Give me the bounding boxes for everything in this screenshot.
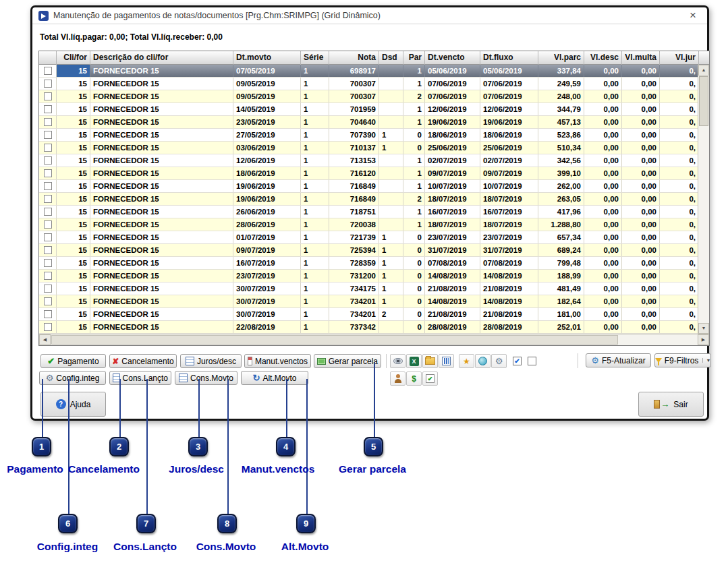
table-row[interactable]: 15FORNECEDOR 1528/06/20191720038118/07/2… [39, 218, 698, 231]
grid-cell[interactable]: 02/07/2019 [480, 154, 538, 167]
grid-cell[interactable]: 09/07/2019 [425, 167, 480, 179]
grid-cell[interactable]: 0, [660, 308, 698, 320]
grid-cell[interactable]: 0, [660, 129, 698, 141]
grid-cell[interactable]: 0,00 [622, 78, 660, 90]
f9-filtros-button[interactable]: F9-Filtros ▼ [654, 353, 711, 367]
grid-cell[interactable]: 181,00 [538, 308, 584, 320]
grid-cell[interactable] [379, 193, 403, 205]
grid-cell[interactable]: 05/06/2019 [480, 65, 538, 77]
grid-cell[interactable]: 18/06/2019 [425, 129, 480, 141]
grid-cell[interactable]: 15 [57, 167, 90, 179]
grid-cell[interactable]: 15 [57, 180, 90, 192]
grid-cell[interactable]: 30/07/2019 [233, 295, 301, 307]
grid-cell[interactable]: 657,34 [538, 231, 584, 243]
grid-cell[interactable]: 0, [660, 116, 698, 128]
grid-cell[interactable]: 481,49 [538, 282, 584, 295]
grid-cell[interactable] [379, 206, 403, 218]
grid-cell[interactable]: 14/05/2019 [233, 103, 301, 115]
grid-cell[interactable]: 07/06/2019 [480, 90, 538, 102]
table-row[interactable]: 15FORNECEDOR 1509/05/20191700307207/06/2… [39, 90, 698, 103]
grid-cell[interactable] [379, 65, 403, 77]
grid-cell[interactable]: 07/06/2019 [480, 78, 538, 90]
row-checkbox[interactable] [44, 118, 52, 126]
grid-cell[interactable]: 02/07/2019 [425, 154, 480, 167]
row-checkbox[interactable] [44, 246, 52, 254]
grid-cell[interactable]: 707390 [329, 129, 379, 141]
grid-cell[interactable]: 14/08/2019 [480, 270, 538, 282]
cons-lancto-button[interactable]: Cons.Lançto [109, 371, 171, 385]
grid-cell[interactable]: 0,00 [584, 270, 622, 282]
scroll-left-button[interactable]: ◀ [39, 334, 51, 345]
vertical-scroll-thumb[interactable] [699, 76, 708, 126]
select-none-checkbox[interactable] [528, 357, 536, 365]
grid-cell[interactable]: 0, [660, 206, 698, 218]
grid-cell[interactable]: 15 [57, 90, 90, 102]
grid-cell[interactable]: 07/06/2019 [425, 90, 480, 102]
grid-cell[interactable]: 1 [379, 142, 403, 154]
grid-cell[interactable]: 23/07/2019 [425, 231, 480, 243]
grid-cell[interactable]: 1 [379, 270, 403, 282]
grid-cell[interactable]: 2 [379, 308, 403, 320]
grid-cell[interactable]: 03/06/2019 [233, 142, 301, 154]
grid-cell[interactable]: FORNECEDOR 15 [90, 193, 233, 205]
grid-cell[interactable]: 0,00 [584, 65, 622, 77]
grid-cell[interactable]: 0,00 [584, 257, 622, 269]
table-row[interactable]: 15FORNECEDOR 1530/07/201917341751021/08/… [39, 282, 698, 295]
grid-cell[interactable]: 21/08/2019 [480, 308, 538, 320]
grid-cell[interactable]: 0,00 [584, 308, 622, 320]
grid-cell[interactable]: 0 [403, 308, 425, 320]
grid-cell[interactable]: 0, [660, 231, 698, 243]
grid-cell[interactable]: 1 [301, 142, 329, 154]
grid-cell[interactable]: 0 [403, 244, 425, 256]
grid-cell[interactable]: 1 [403, 154, 425, 167]
grid-cell[interactable]: 0, [660, 142, 698, 154]
web-button[interactable] [475, 354, 491, 368]
grid-cell[interactable]: 15 [57, 193, 90, 205]
grid-cell[interactable]: 23/07/2019 [480, 231, 538, 243]
grid-cell[interactable]: 337,84 [538, 65, 584, 77]
grid-cell[interactable]: 0 [403, 129, 425, 141]
table-row[interactable]: 15FORNECEDOR 1516/07/201917283591007/08/… [39, 257, 698, 270]
vertical-scrollbar[interactable]: ▲ ▼ [698, 65, 709, 334]
grid-cell[interactable]: 18/06/2019 [233, 167, 301, 179]
ajuda-button[interactable]: ? Ajuda [40, 392, 106, 417]
grid-cell[interactable]: 15 [57, 321, 90, 333]
grid-cell[interactable]: 0,00 [622, 231, 660, 243]
grid-cell[interactable]: 14/08/2019 [480, 295, 538, 307]
grid-cell[interactable]: 15 [57, 116, 90, 128]
grid-cell[interactable]: 523,86 [538, 129, 584, 141]
row-checkbox[interactable] [44, 195, 52, 203]
grid-cell[interactable]: 725394 [329, 244, 379, 256]
sair-button[interactable]: → Sair [638, 392, 704, 417]
table-row[interactable]: 15FORNECEDOR 1503/06/201917101371025/06/… [39, 142, 698, 154]
grid-cell[interactable]: 721739 [329, 231, 379, 243]
grid-cell[interactable]: 23/05/2019 [233, 116, 301, 128]
grid-cell[interactable]: 0,00 [622, 154, 660, 167]
grid-cell[interactable]: 0,00 [622, 295, 660, 307]
grid-cell[interactable]: 1 [403, 116, 425, 128]
grid-cell[interactable]: 1 [379, 282, 403, 295]
grid-cell[interactable]: 716120 [329, 167, 379, 179]
chart-button[interactable] [439, 354, 454, 368]
grid-cell[interactable] [379, 78, 403, 90]
juros-desc-button[interactable]: Juros/desc [180, 354, 242, 368]
grid-cell[interactable]: 1 [403, 78, 425, 90]
grid-cell[interactable]: 0 [403, 282, 425, 295]
row-checkbox[interactable] [44, 220, 52, 229]
grid-cell[interactable]: 718751 [329, 206, 379, 218]
grid-cell[interactable]: 15 [57, 206, 90, 218]
table-row[interactable]: 15FORNECEDOR 1530/07/201917342011014/08/… [39, 295, 698, 308]
grid-cell[interactable]: 16/07/2019 [480, 206, 538, 218]
grid-cell[interactable]: FORNECEDOR 15 [90, 295, 233, 307]
close-button[interactable]: × [684, 7, 702, 24]
grid-cell[interactable] [379, 180, 403, 192]
gerar-parcela-button[interactable]: Gerar parcela [314, 354, 381, 368]
grid-cell[interactable]: 0,00 [584, 295, 622, 307]
row-checkbox[interactable] [44, 272, 52, 280]
grid-cell[interactable]: 734175 [329, 282, 379, 295]
grid-cell[interactable]: 16/07/2019 [233, 257, 301, 269]
grid-cell[interactable]: 09/05/2019 [233, 90, 301, 102]
row-checkbox[interactable] [44, 182, 52, 190]
grid-cell[interactable]: 0,00 [584, 218, 622, 231]
table-row[interactable]: 15FORNECEDOR 1518/06/20191716120109/07/2… [39, 167, 698, 180]
